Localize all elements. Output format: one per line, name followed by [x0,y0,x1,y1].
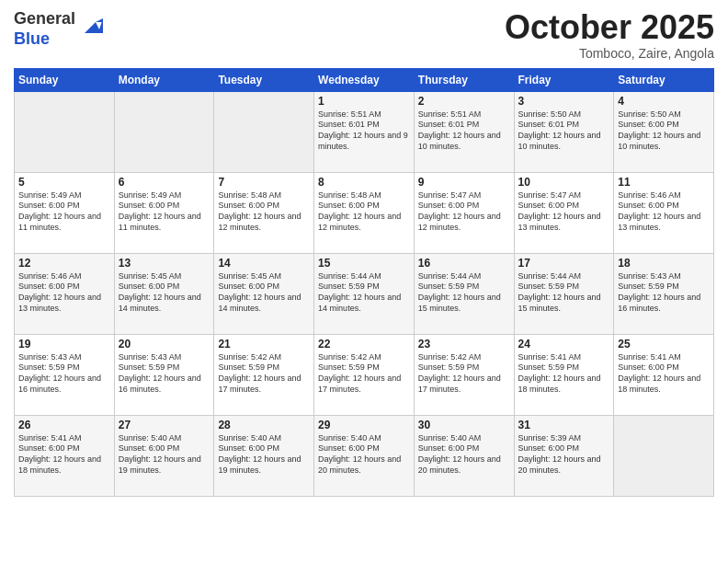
cell-text: Daylight: 12 hours and 12 minutes. [418,212,510,233]
day-number: 7 [218,176,310,189]
calendar-cell: 17Sunrise: 5:44 AMSunset: 5:59 PMDayligh… [514,253,614,334]
day-number: 21 [218,338,310,350]
day-number: 22 [318,338,410,350]
cell-text: Sunset: 5:59 PM [418,282,510,293]
cell-text: Sunset: 6:00 PM [218,282,310,293]
cell-text: Sunrise: 5:41 AM [618,352,710,363]
cell-text: Sunrise: 5:49 AM [18,190,110,201]
col-thursday: Thursday [414,68,514,91]
calendar-cell: 5Sunrise: 5:49 AMSunset: 6:00 PMDaylight… [15,172,115,253]
cell-text: Sunrise: 5:45 AM [119,271,210,282]
cell-text: Daylight: 12 hours and 17 minutes. [218,373,310,395]
cell-text: Sunrise: 5:46 AM [618,190,710,201]
cell-text: Sunrise: 5:39 AM [518,433,610,444]
cell-text: Sunrise: 5:44 AM [318,271,410,282]
col-sunday: Sunday [15,68,115,91]
header: General Blue October 2025 Tomboco, Zaire… [14,9,714,61]
cell-text: Daylight: 12 hours and 10 minutes. [618,131,710,152]
calendar-cell: 19Sunrise: 5:43 AMSunset: 5:59 PMDayligh… [15,334,115,415]
cell-text: Daylight: 12 hours and 12 minutes. [318,212,410,233]
cell-text: Sunset: 5:59 PM [18,362,110,373]
calendar-cell: 6Sunrise: 5:49 AMSunset: 6:00 PMDaylight… [114,172,214,253]
calendar-page: General Blue October 2025 Tomboco, Zaire… [0,0,728,563]
cell-text: Sunrise: 5:44 AM [518,271,610,282]
cell-text: Sunrise: 5:40 AM [318,433,410,444]
calendar-cell: 21Sunrise: 5:42 AMSunset: 5:59 PMDayligh… [214,334,314,415]
calendar-cell: 25Sunrise: 5:41 AMSunset: 6:00 PMDayligh… [614,334,714,415]
cell-text: Sunset: 6:00 PM [518,443,610,454]
calendar-cell: 16Sunrise: 5:44 AMSunset: 5:59 PMDayligh… [414,253,514,334]
cell-text: Sunset: 6:00 PM [318,443,410,454]
day-number: 18 [618,257,710,270]
day-number: 15 [318,257,410,270]
cell-text: Sunset: 6:00 PM [218,201,310,212]
cell-text: Sunrise: 5:51 AM [318,109,410,121]
cell-text: Daylight: 12 hours and 19 minutes. [119,454,210,476]
day-number: 1 [318,95,410,108]
cell-text: Daylight: 12 hours and 16 minutes. [618,293,710,314]
calendar-week-3: 12Sunrise: 5:46 AMSunset: 6:00 PMDayligh… [15,253,714,334]
cell-text: Sunrise: 5:42 AM [318,352,410,363]
cell-text: Daylight: 12 hours and 11 minutes. [119,212,210,233]
cell-text: Sunrise: 5:42 AM [218,352,310,363]
col-friday: Friday [514,68,614,91]
day-number: 25 [618,338,710,350]
calendar-cell: 29Sunrise: 5:40 AMSunset: 6:00 PMDayligh… [314,415,415,496]
day-number: 17 [518,257,610,270]
calendar-week-4: 19Sunrise: 5:43 AMSunset: 5:59 PMDayligh… [15,334,714,415]
day-number: 24 [518,338,610,350]
cell-text: Daylight: 12 hours and 9 minutes. [318,131,410,152]
calendar-cell: 1Sunrise: 5:51 AMSunset: 6:01 PMDaylight… [314,91,415,172]
cell-text: Sunrise: 5:42 AM [418,352,510,363]
calendar-cell: 24Sunrise: 5:41 AMSunset: 5:59 PMDayligh… [514,334,614,415]
cell-text: Daylight: 12 hours and 18 minutes. [518,373,610,395]
cell-text: Daylight: 12 hours and 13 minutes. [618,212,710,233]
svg-marker-1 [96,18,103,22]
cell-text: Sunset: 6:00 PM [618,201,710,212]
cell-text: Sunrise: 5:43 AM [119,352,210,363]
calendar-cell: 12Sunrise: 5:46 AMSunset: 6:00 PMDayligh… [15,253,115,334]
cell-text: Daylight: 12 hours and 16 minutes. [18,373,110,395]
day-number: 14 [218,257,310,270]
calendar-cell: 4Sunrise: 5:50 AMSunset: 6:00 PMDaylight… [614,91,714,172]
cell-text: Sunset: 6:00 PM [18,282,110,293]
cell-text: Daylight: 12 hours and 14 minutes. [318,293,410,314]
cell-text: Sunset: 6:00 PM [119,282,210,293]
cell-text: Sunrise: 5:40 AM [119,433,210,444]
cell-text: Daylight: 12 hours and 13 minutes. [18,293,110,314]
logo-general: General [14,9,75,29]
day-number: 10 [518,176,610,189]
cell-text: Daylight: 12 hours and 20 minutes. [418,454,510,476]
cell-text: Sunrise: 5:50 AM [518,109,610,121]
cell-text: Daylight: 12 hours and 17 minutes. [318,373,410,395]
calendar-cell: 15Sunrise: 5:44 AMSunset: 5:59 PMDayligh… [314,253,415,334]
calendar-cell: 11Sunrise: 5:46 AMSunset: 6:00 PMDayligh… [614,172,714,253]
cell-text: Daylight: 12 hours and 11 minutes. [18,212,110,233]
calendar-cell: 9Sunrise: 5:47 AMSunset: 6:00 PMDaylight… [414,172,514,253]
calendar-cell: 23Sunrise: 5:42 AMSunset: 5:59 PMDayligh… [414,334,514,415]
day-number: 8 [318,176,410,189]
day-number: 6 [119,176,210,189]
cell-text: Daylight: 12 hours and 10 minutes. [518,131,610,152]
day-number: 5 [18,176,110,189]
calendar-cell [614,415,714,496]
cell-text: Sunset: 6:00 PM [618,362,710,373]
cell-text: Sunset: 6:00 PM [418,201,510,212]
calendar-cell [114,91,214,172]
cell-text: Sunset: 6:01 PM [318,120,410,131]
cell-text: Sunrise: 5:47 AM [518,190,610,201]
cell-text: Daylight: 12 hours and 19 minutes. [218,454,310,476]
cell-text: Sunset: 5:59 PM [418,362,510,373]
day-number: 19 [18,338,110,350]
cell-text: Sunset: 5:59 PM [218,362,310,373]
cell-text: Daylight: 12 hours and 17 minutes. [418,373,510,395]
day-number: 27 [119,419,210,431]
logo-icon [77,15,103,40]
cell-text: Sunset: 6:00 PM [119,443,210,454]
day-number: 30 [418,419,510,431]
cell-text: Sunrise: 5:40 AM [418,433,510,444]
cell-text: Sunrise: 5:45 AM [218,271,310,282]
cell-text: Sunrise: 5:40 AM [218,433,310,444]
title-block: October 2025 Tomboco, Zaire, Angola [505,9,714,61]
day-number: 28 [218,419,310,431]
